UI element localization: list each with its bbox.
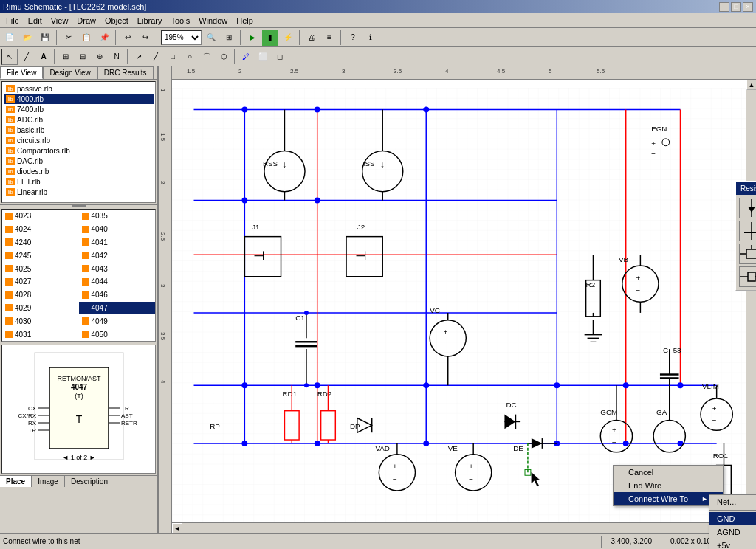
run-btn[interactable]: ▶	[244, 30, 261, 46]
menu-file[interactable]: File	[1, 15, 24, 27]
comp-4041[interactable]: 4041	[79, 236, 156, 249]
menu-library[interactable]: Library	[133, 15, 167, 27]
netlist-btn[interactable]: ≡	[321, 30, 337, 46]
draw-line[interactable]: ╱	[148, 49, 164, 65]
ctx-end-wire[interactable]: End Wire	[614, 479, 723, 492]
tab-drc-results[interactable]: DRC Results	[97, 66, 154, 79]
comp-4043[interactable]: 4043	[79, 262, 156, 275]
resistive-comp-11[interactable]	[739, 244, 756, 264]
minimize-btn[interactable]: _	[719, 2, 729, 12]
comp-4046[interactable]: 4046	[79, 289, 156, 302]
menu-tools[interactable]: Tools	[166, 15, 194, 27]
tab-file-view[interactable]: File View	[0, 66, 43, 79]
zoom-in-btn[interactable]: 🔍	[203, 30, 219, 46]
resistive-comp-6[interactable]	[739, 221, 756, 241]
zoom-fit-btn[interactable]: ⊞	[221, 30, 237, 46]
submenu-agnd[interactable]: AGND	[709, 525, 756, 539]
tree-item-7400[interactable]: lib 7400.rlb	[4, 104, 154, 114]
tab-design-view[interactable]: Design View	[43, 66, 97, 79]
cut-btn[interactable]: ✂	[61, 30, 77, 46]
h-scrollbar[interactable]: ◄ ►	[172, 522, 746, 533]
menu-draw[interactable]: Draw	[72, 15, 100, 27]
redo-btn[interactable]: ↪	[137, 30, 154, 46]
comp-4044[interactable]: 4044	[79, 275, 156, 289]
menu-edit[interactable]: Edit	[24, 15, 47, 27]
comp-4023[interactable]: 4023	[2, 210, 79, 223]
tree-item-linear[interactable]: lib Linear.rlb	[4, 187, 154, 197]
resistive-comp-1[interactable]	[739, 198, 756, 218]
tree-item-dac[interactable]: lib DAC.rlb	[4, 156, 154, 166]
undo-btn[interactable]: ↩	[120, 30, 136, 46]
submenu-5v[interactable]: +5v	[709, 539, 756, 549]
comp-4040[interactable]: 4040	[79, 223, 156, 236]
open-btn[interactable]: 📂	[19, 30, 35, 46]
close-btn[interactable]: ×	[743, 2, 753, 12]
h-scroll-left[interactable]: ◄	[172, 523, 182, 534]
print-btn[interactable]: 🖨	[303, 30, 320, 46]
draw-ptr[interactable]: ↗	[131, 49, 147, 65]
tree-item-4000[interactable]: lib 4000.rlb	[4, 94, 154, 104]
sim-btn[interactable]: ⚡	[280, 30, 296, 46]
erase-btn[interactable]: ◻	[272, 49, 288, 65]
draw-arc[interactable]: ⌒	[199, 49, 215, 65]
resistive-comp-16[interactable]	[739, 266, 756, 287]
tree-item-circuits[interactable]: lib circuits.rlb	[4, 135, 154, 145]
tree-item-comparators[interactable]: lib Comparators.rlb	[4, 145, 154, 156]
tab-place[interactable]: Place	[0, 476, 32, 487]
info-btn[interactable]: ℹ	[362, 30, 379, 46]
ctx-connect-wire-to[interactable]: Connect Wire To ►	[614, 492, 723, 505]
menu-window[interactable]: Window	[194, 15, 232, 27]
text-btn[interactable]: A	[35, 49, 52, 65]
comp-4049[interactable]: 4049	[79, 314, 156, 328]
submenu-gnd[interactable]: GND	[709, 512, 756, 525]
tab-description[interactable]: Description	[65, 476, 114, 487]
menu-help[interactable]: Help	[232, 15, 258, 27]
stop-btn[interactable]: ▮	[262, 30, 278, 46]
tree-item-adc[interactable]: lib ADC.rlb	[4, 114, 154, 125]
wire-btn[interactable]: ╱	[18, 49, 35, 65]
v-scrollbar[interactable]: ▲ ▼	[746, 80, 756, 533]
tree-item-fet[interactable]: lib FET.rlb	[4, 176, 154, 187]
draw-poly[interactable]: ⬡	[216, 49, 232, 65]
bus-btn[interactable]: ⊟	[75, 49, 91, 65]
comp-4028[interactable]: 4028	[2, 289, 79, 302]
comp-4240[interactable]: 4240	[2, 236, 79, 249]
tab-image[interactable]: Image	[32, 476, 65, 487]
comp-4042[interactable]: 4042	[79, 249, 156, 262]
comp-4025[interactable]: 4025	[2, 262, 79, 275]
tree-item-basic[interactable]: lib basic.rlb	[4, 125, 154, 135]
maximize-btn[interactable]: □	[731, 2, 741, 12]
submenu-net[interactable]: Net...	[709, 495, 756, 508]
fill-btn[interactable]: ⬜	[255, 49, 271, 65]
v-scroll-up[interactable]: ▲	[746, 80, 756, 90]
draw-rect[interactable]: □	[165, 49, 181, 65]
comp-4029[interactable]: 4029	[2, 302, 79, 315]
comp-4027[interactable]: 4027	[2, 275, 79, 289]
comp-4035[interactable]: 4035	[79, 210, 156, 223]
tree-item-diodes[interactable]: lib diodes.rlb	[4, 166, 154, 176]
comp-4031[interactable]: 4031	[2, 328, 79, 341]
comp-4050[interactable]: 4050	[79, 328, 156, 341]
tree-item-passive[interactable]: lib passive.rlb	[4, 83, 154, 94]
comp-btn[interactable]: ⊞	[58, 49, 74, 65]
paste-btn[interactable]: 📌	[96, 30, 112, 46]
comp-4024[interactable]: 4024	[2, 223, 79, 236]
junc-btn[interactable]: ⊕	[92, 49, 108, 65]
menu-object[interactable]: Object	[100, 15, 133, 27]
menu-view[interactable]: View	[47, 15, 73, 27]
copy-btn[interactable]: 📋	[78, 30, 94, 46]
new-btn[interactable]: 📄	[1, 30, 18, 46]
panel-splitter[interactable]	[72, 205, 86, 207]
comp-4047[interactable]: 4047	[79, 302, 156, 315]
net-btn[interactable]: N	[109, 49, 125, 65]
comp-4245[interactable]: 4245	[2, 249, 79, 262]
save-btn[interactable]: 💾	[37, 30, 53, 46]
window-controls[interactable]: _ □ ×	[719, 2, 753, 12]
draw-circle[interactable]: ○	[182, 49, 198, 65]
zoom-select[interactable]: 195% 100% 150% 200%	[161, 30, 202, 45]
paint-btn[interactable]: 🖊	[238, 49, 254, 65]
ctx-cancel[interactable]: Cancel	[614, 466, 723, 479]
help-btn[interactable]: ?	[345, 30, 361, 46]
select-btn[interactable]: ↖	[1, 49, 18, 65]
comp-4030[interactable]: 4030	[2, 314, 79, 328]
